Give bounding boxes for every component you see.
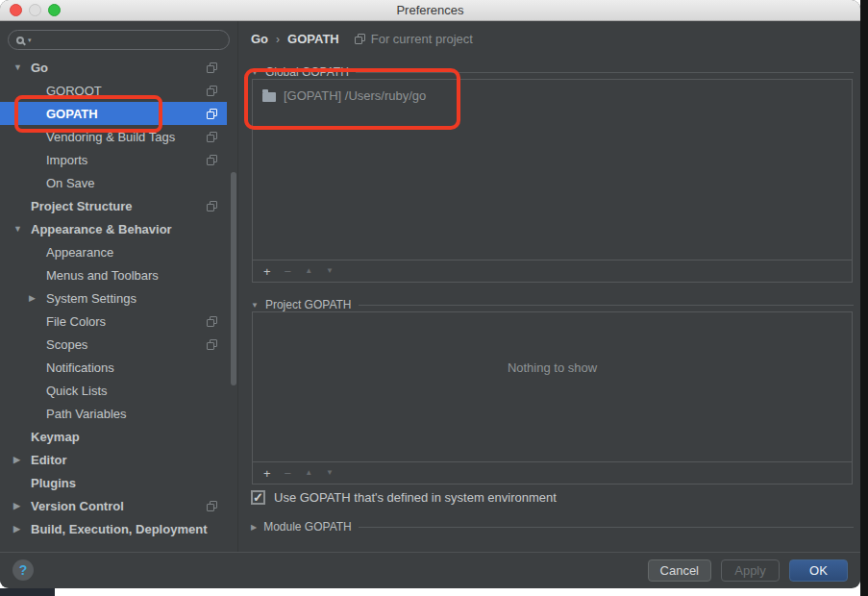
chevron-down-icon[interactable]: ▼ [251,301,259,310]
sidebar-item-goroot[interactable]: GOROOT [0,79,227,102]
sidebar-item-vendoring-build-tags[interactable]: Vendoring & Build Tags [0,125,227,148]
system-gopath-checkbox-row[interactable]: ✓ Use GOPATH that's defined in system en… [251,490,557,505]
search-icon [16,37,24,44]
add-icon[interactable]: + [263,467,271,480]
empty-list-message: Nothing to show [253,360,852,375]
settings-sidebar: ▾ ▼GoGOROOTGOPATHVendoring & Build TagsI… [0,21,238,552]
sidebar-item-label: Quick Lists [46,384,108,398]
move-down-icon[interactable]: ▼ [326,469,334,477]
sidebar-item-label: GOPATH [46,107,98,121]
sidebar-item-imports[interactable]: Imports [0,148,227,171]
sidebar-item-go[interactable]: ▼Go [0,56,227,79]
sidebar-item-label: Appearance [46,245,113,260]
apply-button[interactable]: Apply [721,559,780,582]
sidebar-item-project-structure[interactable]: Project Structure [0,194,227,217]
per-project-settings-icon [207,86,217,96]
per-project-settings-icon [355,34,365,44]
sidebar-item-menus-and-toolbars[interactable]: Menus and Toolbars [0,263,227,286]
preferences-window: Preferences ▾ ▼GoGOROOTGOPATHVendoring &… [0,0,860,588]
search-filter-caret-icon[interactable]: ▾ [28,37,32,43]
sidebar-item-label: Imports [46,153,87,167]
chevron-right-icon[interactable]: ▶ [251,523,257,532]
cancel-button[interactable]: Cancel [648,559,711,582]
sidebar-item-file-colors[interactable]: File Colors [0,310,227,333]
ok-button[interactable]: OK [789,559,848,582]
sidebar-item-label: File Colors [46,314,106,329]
chevron-down-icon[interactable]: ▼ [13,62,31,72]
move-down-icon[interactable]: ▼ [326,267,334,275]
chevron-right-icon[interactable]: ▶ [29,293,46,303]
breadcrumb-section[interactable]: Go [251,32,268,46]
global-gopath-toolbar: +−▲▼ [253,260,852,282]
chevron-down-icon[interactable]: ▼ [251,68,259,77]
chevron-down-icon[interactable]: ▼ [13,224,31,234]
section-rule [359,527,854,528]
sidebar-item-on-save[interactable]: On Save [0,171,227,194]
gopath-settings-panel: Go › GOPATH For current project ▼ Global… [238,21,860,552]
sidebar-item-gopath[interactable]: GOPATH [0,102,227,125]
per-project-settings-icon [207,132,217,142]
sidebar-item-notifications[interactable]: Notifications [0,356,227,379]
sidebar-item-label: Scopes [46,337,87,352]
minimize-button [29,4,41,16]
sidebar-item-label: Vendoring & Build Tags [46,130,175,144]
close-button[interactable] [10,4,22,16]
sidebar-item-appearance-behavior[interactable]: ▼Appearance & Behavior [0,217,227,240]
sidebar-item-label: Go [31,61,48,75]
sidebar-item-label: Plugins [31,476,76,490]
per-project-settings-icon [207,339,217,350]
module-gopath-header[interactable]: ▶ Module GOPATH [251,519,854,534]
zoom-button[interactable] [48,4,61,16]
desktop-edge-bottom [0,588,55,596]
sidebar-item-quick-lists[interactable]: Quick Lists [0,379,227,402]
scope-indicator: For current project [355,32,473,46]
sidebar-item-label: Appearance & Behavior [31,222,172,236]
help-icon[interactable]: ? [12,559,34,581]
sidebar-item-scopes[interactable]: Scopes [0,333,227,356]
settings-search[interactable]: ▾ [8,30,230,50]
checkbox-checked-icon[interactable]: ✓ [251,490,265,505]
settings-search-input[interactable] [36,31,229,49]
chevron-right-icon[interactable]: ▶ [13,455,31,464]
per-project-settings-icon [207,501,217,511]
desktop-edge-right [860,0,868,596]
remove-icon[interactable]: − [285,467,292,480]
settings-tree: ▼GoGOROOTGOPATHVendoring & Build TagsImp… [0,56,237,540]
per-project-settings-icon [207,62,217,73]
sidebar-scrollbar[interactable] [231,172,236,385]
sidebar-item-appearance[interactable]: Appearance [0,240,227,263]
add-icon[interactable]: + [263,265,271,278]
dialog-footer: ? Cancel Apply OK [0,552,860,587]
global-gopath-header[interactable]: ▼ Global GOPATH [251,64,854,80]
breadcrumb-separator: › [276,33,280,46]
project-gopath-list: Nothing to show +−▲▼ [252,311,853,484]
sidebar-item-label: Version Control [31,499,124,513]
move-up-icon[interactable]: ▲ [305,267,312,275]
project-gopath-header[interactable]: ▼ Project GOPATH [251,297,854,312]
project-gopath-toolbar: +−▲▼ [253,461,852,484]
sidebar-item-editor[interactable]: ▶Editor [0,448,227,471]
per-project-settings-icon [207,201,217,211]
section-title: Project GOPATH [265,298,352,311]
sidebar-item-label: Path Variables [46,407,127,421]
sidebar-item-plugins[interactable]: Plugins [0,471,227,494]
sidebar-item-build-execution-deployment[interactable]: ▶Build, Execution, Deployment [0,517,227,540]
chevron-right-icon[interactable]: ▶ [13,501,31,510]
sidebar-item-label: System Settings [46,291,136,306]
per-project-settings-icon [207,109,217,119]
scope-label: For current project [371,32,473,46]
move-up-icon[interactable]: ▲ [305,469,312,477]
per-project-settings-icon [207,155,217,165]
sidebar-item-keymap[interactable]: Keymap [0,425,227,448]
section-title: Module GOPATH [263,520,352,534]
sidebar-item-system-settings[interactable]: ▶System Settings [0,286,227,310]
sidebar-item-label: Menus and Toolbars [46,268,159,283]
sidebar-item-label: Project Structure [31,199,132,213]
chevron-right-icon[interactable]: ▶ [13,524,31,534]
sidebar-item-label: Notifications [46,360,114,375]
sidebar-item-path-variables[interactable]: Path Variables [0,402,227,425]
remove-icon[interactable]: − [285,265,292,278]
global-gopath-list: [GOPATH] /Users/ruby/go +−▲▼ [252,79,853,283]
gopath-list-item[interactable]: [GOPATH] /Users/ruby/go [253,80,852,103]
sidebar-item-version-control[interactable]: ▶Version Control [0,494,227,517]
